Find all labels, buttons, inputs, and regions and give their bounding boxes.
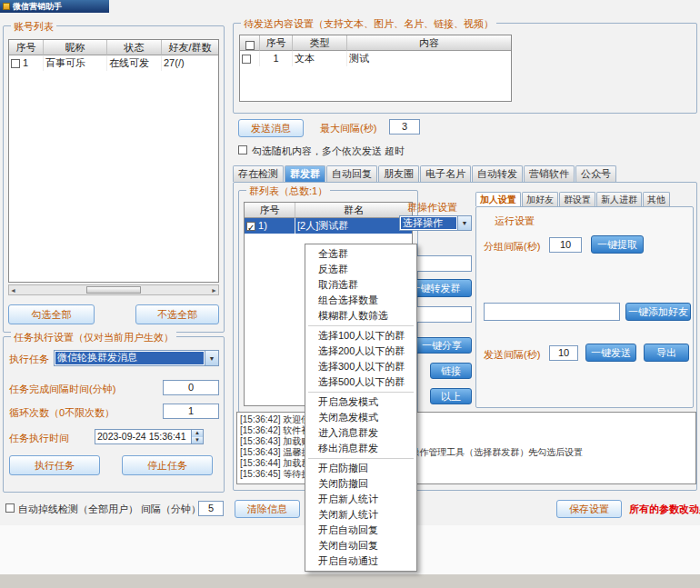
account-row[interactable]: 1 百事可乐 在线可发 27(/) (9, 55, 218, 71)
menu-item[interactable]: 关闭新人统计 (305, 507, 416, 523)
max-interval-input[interactable]: 3 (389, 119, 420, 135)
chevron-down-icon[interactable]: ▼ (457, 216, 471, 230)
menu-item[interactable]: 进入消息群发 (305, 425, 416, 441)
account-status: 在线可发 (107, 55, 162, 71)
menu-item[interactable]: 关闭防撤回 (305, 476, 416, 492)
col-num: 序号 (260, 35, 293, 51)
menu-item[interactable]: 移出消息群发 (305, 441, 416, 456)
tab-newcomer[interactable]: 新人进群 (596, 192, 642, 206)
run-settings-label: 运行设置 (495, 214, 535, 228)
chevron-down-icon[interactable]: ▼ (205, 351, 218, 365)
titlebar[interactable]: 微信营销助手 (0, 0, 109, 13)
menu-item[interactable]: 开启防撤回 (305, 461, 416, 476)
ops-share-button[interactable]: 一键分享 (412, 337, 472, 354)
friend-input[interactable] (484, 303, 620, 321)
content-row[interactable]: 1 文本 测试 (240, 51, 511, 66)
col-content: 内容 (347, 35, 511, 51)
col-count: 好友/群数 (162, 40, 218, 55)
exec-task-combobox[interactable]: 微信轮换群发消息 ▼ (54, 350, 219, 366)
group-row[interactable]: 1) [2人]测试群 (245, 218, 412, 234)
export-button[interactable]: 导出 (644, 344, 689, 362)
send-interval-label: 发送间隔(秒) (484, 348, 540, 362)
menu-item[interactable]: 全选群 (305, 246, 416, 262)
select-all-checkbox[interactable] (245, 41, 255, 50)
spinner-icon[interactable]: ▲▼ (191, 430, 203, 443)
group-interval-input[interactable]: 10 (549, 237, 582, 253)
extract-button[interactable]: 一键提取 (591, 235, 644, 254)
menu-item[interactable]: 取消选群 (305, 277, 416, 293)
content-panel: 待发送内容设置（支持文本、图片、名片、链接、视频） 序号 类型 内容 1 文本 … (233, 23, 697, 114)
menu-item[interactable]: 选择200人以下的群 (305, 344, 416, 359)
menu-item[interactable]: 组合选择数量 (305, 293, 416, 308)
group-name: [2人]测试群 (295, 218, 412, 234)
menu-item[interactable]: 开启新人统计 (305, 492, 416, 507)
menu-item[interactable]: 选择300人以下的群 (305, 359, 416, 374)
random-content-checkbox[interactable] (238, 145, 247, 154)
accounts-hscrollbar[interactable]: ◄ ► (8, 284, 219, 295)
tab-ecard[interactable]: 电子名片 (420, 165, 471, 182)
main-tabs: 存在检测 群发群 自动回复 朋友圈 电子名片 自动转发 营销软件 公众号 (233, 165, 617, 182)
content-panel-title: 待发送内容设置（支持文本、图片、名片、链接、视频） (241, 17, 496, 31)
add-friend-button[interactable]: 一键添加好友 (625, 303, 691, 321)
tab-add-friend[interactable]: 加好友 (522, 192, 558, 206)
loop-count-input[interactable]: 1 (163, 404, 219, 419)
content-checkbox[interactable] (242, 55, 251, 64)
group-ops-combobox[interactable]: 选择操作 ▼ (399, 215, 472, 231)
scroll-thumb[interactable] (86, 286, 141, 294)
tab-group-send[interactable]: 群发群 (285, 165, 325, 182)
app-icon (3, 3, 10, 10)
menu-item[interactable]: 选择100人以下的群 (305, 328, 416, 344)
send-message-button[interactable]: 发送消息 (238, 119, 304, 137)
menu-item[interactable]: 关闭急发模式 (305, 410, 416, 425)
accounts-table-header: 序号 昵称 状态 好友/群数 (9, 40, 218, 55)
uncheck-all-button[interactable]: 不选全部 (135, 304, 219, 324)
tab-auto-reply[interactable]: 自动回复 (326, 165, 377, 182)
ops-above-button[interactable]: 以上 (430, 388, 472, 404)
exec-task-value: 微信轮换群发消息 (55, 352, 204, 364)
tab-marketing[interactable]: 营销软件 (524, 165, 575, 182)
menu-item[interactable]: 开启自动通过 (305, 553, 416, 569)
stop-task-button[interactable]: 停止任务 (122, 455, 213, 475)
tab-auto-forward[interactable]: 自动转发 (472, 165, 523, 182)
check-all-button[interactable]: 勾选全部 (8, 304, 95, 324)
tab-group-setting[interactable]: 群设置 (559, 192, 595, 206)
run-task-button[interactable]: 执行任务 (9, 455, 100, 475)
account-count: 27(/) (162, 55, 218, 71)
task-interval-input[interactable]: 0 (163, 380, 219, 395)
tab-moments[interactable]: 朋友圈 (378, 165, 419, 182)
menu-item[interactable]: 模糊群人数筛选 (305, 308, 416, 324)
account-checkbox[interactable] (11, 59, 20, 68)
col-num: 序号 (9, 40, 44, 55)
auto-check-interval-input[interactable]: 5 (198, 501, 224, 516)
auto-check-checkbox[interactable] (5, 503, 15, 513)
tab-official-account[interactable]: 公众号 (575, 165, 616, 182)
task-time-picker[interactable]: 2023-09-24 15:36:41 ▲▼ (95, 429, 204, 444)
task-interval-label: 任务完成间隔时间(分钟) (9, 383, 115, 396)
group-num: 1) (258, 220, 267, 231)
menu-item[interactable]: 开启自动回复 (305, 523, 416, 538)
send-interval-input[interactable]: 10 (549, 345, 578, 361)
content-type: 文本 (293, 51, 347, 66)
loop-count-label: 循环次数（0不限次数） (9, 406, 115, 420)
tab-add-people[interactable]: 加人设置 (475, 192, 521, 206)
col-nick: 昵称 (44, 40, 107, 55)
account-num: 1 (23, 57, 28, 68)
tab-other[interactable]: 其他 (643, 192, 670, 206)
scroll-left-icon[interactable]: ◄ (10, 287, 16, 294)
menu-item[interactable]: 反选群 (305, 262, 416, 277)
menu-separator (308, 458, 414, 459)
warning-text: 所有的参数改动必须保存 (629, 503, 700, 516)
menu-item[interactable]: 开启急发模式 (305, 394, 416, 410)
save-settings-button[interactable]: 保存设置 (556, 500, 622, 518)
menu-item[interactable]: 选择500人以下的群 (305, 374, 416, 390)
clear-info-button[interactable]: 清除信息 (235, 500, 300, 518)
tab-exist-check[interactable]: 存在检测 (233, 165, 284, 182)
accounts-panel-title: 账号列表 (11, 20, 56, 34)
scroll-right-icon[interactable]: ► (211, 287, 217, 294)
exec-task-label: 执行任务 (9, 353, 49, 366)
group-checkbox[interactable] (246, 222, 255, 231)
menu-item[interactable]: 关闭自动回复 (305, 538, 416, 553)
col-num: 序号 (245, 203, 295, 218)
one-key-send-button[interactable]: 一键发送 (585, 344, 636, 362)
ops-link-button[interactable]: 链接 (430, 363, 472, 379)
